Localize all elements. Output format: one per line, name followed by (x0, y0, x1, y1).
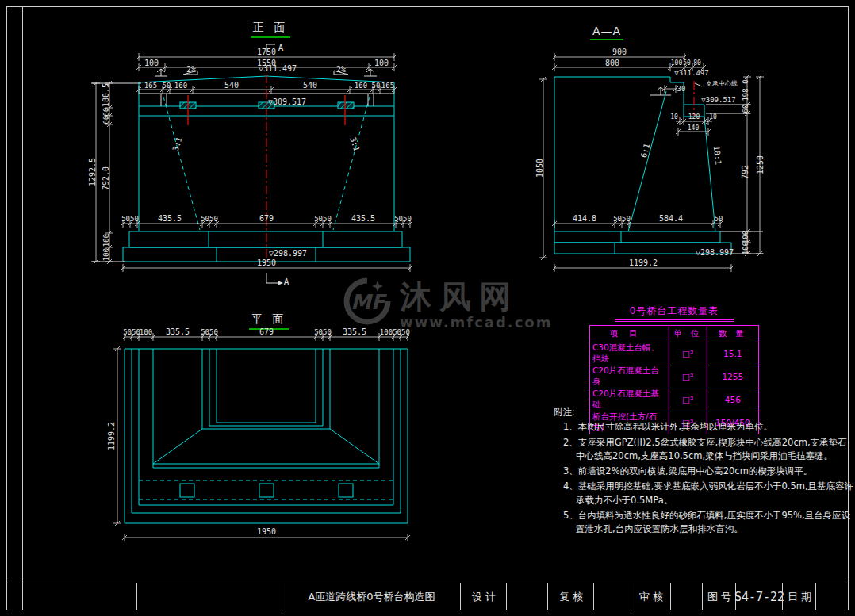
dim-label: 679 (259, 215, 274, 223)
cad-sheet: 正 面 A—A 平 面 175010015501002%2%▽311.49716… (0, 0, 855, 616)
dim-label: 165 (381, 82, 394, 90)
dim-label: ▽311.497 (674, 70, 708, 77)
dim-label: 100 (671, 60, 682, 67)
anchor-block (259, 484, 274, 497)
dim-label: 100 (103, 248, 110, 261)
header-qty: 数 量 (707, 326, 758, 342)
dim-label: 1292.5 (89, 158, 97, 186)
dim-label: 120 (688, 114, 700, 121)
dim-label: 900 (612, 48, 627, 56)
watermark: MF 沐风网 www.mfcad.com (343, 277, 553, 331)
title-bar: A匝道跨线桥0号桥台构造图 设 计 复 核 审 核 图 号 S4-7-22 日 … (7, 583, 847, 610)
drawing-title: A匝道跨线桥0号桥台构造图 (282, 583, 461, 610)
dim-label: 60 (103, 116, 110, 124)
dim-label: 10 (670, 114, 678, 121)
dim-label: 160 (355, 82, 367, 90)
row-qty: 15.1 (707, 342, 758, 365)
date-value-cell (815, 583, 848, 610)
dim-label: 1199.2 (108, 422, 116, 450)
dim-label: 100 (103, 234, 110, 247)
dim-label: 1950 (257, 528, 276, 536)
dim-label: 792 (742, 165, 750, 179)
dim-label: 50 (683, 60, 691, 67)
anchor-block (339, 484, 353, 497)
check-value-cell (593, 583, 631, 610)
check-label: 复 核 (547, 583, 594, 610)
dim-label: 80 (693, 60, 701, 67)
dim-label: 5050 (123, 329, 140, 336)
design-value-cell (506, 583, 548, 610)
review-value-cell (670, 583, 703, 610)
note-item: 5、台内填料为透水性良好的砂卵石填料,压实度不小于95%,且台身应设置泄水孔,台… (554, 509, 855, 537)
note-item: 2、支座采用GPZ(II)2.5盆式橡胶支座,楔形块中心线高20cm,支承垫石中… (554, 436, 855, 464)
table-row: C20片石混凝土台身 □³ 1255 (590, 365, 759, 388)
dim-label: 2% (186, 66, 196, 74)
mf-logo-text: MF (351, 290, 388, 314)
note-item: 4、基础采用明挖基础,要求基底嵌入弱风化岩层不小于0.5m,且基底容许承载力不小… (554, 480, 855, 507)
dim-label: 5050 (314, 329, 332, 336)
header-unit: 单 位 (669, 326, 707, 342)
dim-label: 100 (742, 242, 750, 254)
front-view-title: 正 面 (251, 21, 290, 38)
dim-label: A (278, 44, 284, 52)
dim-label: 50 (163, 82, 171, 90)
dim-label: A (284, 277, 289, 286)
dim-label: 540 (303, 82, 317, 90)
dim-label: 10 (709, 114, 717, 121)
watermark-url: www.mfcad.com (400, 314, 553, 331)
dim-label: ▽309.517 (701, 97, 735, 104)
dim-label: 30 (677, 86, 686, 93)
section-aa-title: A—A (590, 25, 623, 40)
dim-label: 5050 (613, 216, 631, 223)
plan-view-linework (113, 333, 410, 541)
dim-label: ▽309.517 (268, 98, 306, 106)
dim-label: 584.4 (659, 215, 683, 223)
notes-block: 附注: 1、本图尺寸除高程以米计外,其余均以厘米为单位。 2、支座采用GPZ(I… (554, 406, 855, 538)
design-label: 设 计 (460, 583, 507, 610)
dim-label: 165 (144, 82, 157, 90)
row-unit: □³ (669, 365, 707, 388)
dim-label: 100 (140, 329, 152, 336)
dim-label: 10:1 (712, 145, 722, 165)
quantity-table-title: 0号桥台工程数量表 (615, 304, 734, 322)
row-item: C30混凝土台帽、挡块 (590, 342, 669, 365)
titlebar-blank-cell (136, 583, 282, 610)
dim-label: 800 (605, 59, 619, 67)
figure-no-label: 图 号 (702, 583, 736, 610)
dim-label: 335.5 (166, 328, 190, 336)
dim-label: 1750 (257, 48, 276, 56)
notes-title: 附注: (554, 406, 855, 419)
dim-label: 1050 (536, 159, 544, 178)
dim-label: 140 (688, 125, 699, 132)
titlebar-blank-cell (22, 583, 137, 610)
table-header-row: 项目 单 位 数 量 (590, 326, 759, 342)
dim-label: 679 (259, 328, 274, 336)
dim-label: 414.8 (573, 215, 596, 223)
dim-label: 1199.2 (629, 259, 658, 267)
dim-label: 198.0 (742, 79, 750, 101)
dim-label: 1950 (257, 259, 276, 267)
row-unit: □³ (669, 342, 707, 365)
dim-label: 180.5 (102, 83, 110, 107)
figure-no-value: S4-7-22 (735, 583, 783, 610)
review-label: 审 核 (631, 583, 671, 610)
dim-label: ▽298.997 (696, 249, 734, 257)
dim-label: 435.5 (351, 215, 375, 223)
date-label: 日 期 (782, 583, 816, 610)
dim-label: ▽298.997 (269, 250, 307, 258)
mf-logo-icon: MF (343, 277, 392, 325)
dim-label: 540 (224, 82, 239, 90)
dim-label: ▽311.497 (259, 65, 297, 73)
dim-label: 50 (715, 216, 723, 223)
dim-label: 5050 (201, 329, 218, 336)
dim-label: 支承中心线 (706, 81, 738, 87)
dim-label: 50 (372, 82, 381, 90)
table-row: C30混凝土台帽、挡块 □³ 15.1 (590, 342, 759, 365)
dim-label: 5050 (314, 216, 332, 223)
watermark-name: 沐风网 (400, 281, 553, 312)
dim-label: 5050 (121, 216, 139, 223)
header-item: 项目 (590, 326, 669, 342)
note-item: 3、前墙设2%的双向横坡,梁底用中心高20cm的楔形块调平。 (554, 465, 855, 478)
dim-label: 160 (174, 82, 187, 90)
anchor-block (180, 484, 194, 497)
